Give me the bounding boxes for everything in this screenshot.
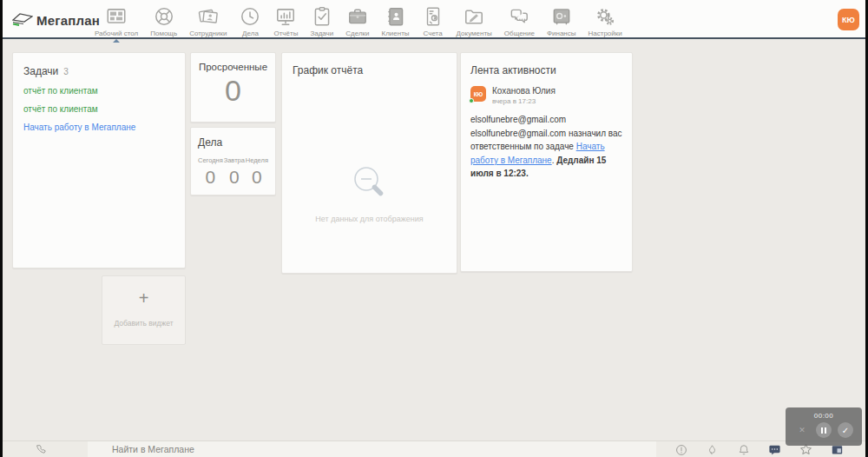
online-status-dot <box>469 98 474 103</box>
todos-column-value: 0 <box>224 167 245 188</box>
add-widget-button[interactable]: + Добавить виджет <box>102 275 186 345</box>
nav-item-help[interactable]: Помощь <box>144 3 183 37</box>
safe-icon <box>550 4 573 29</box>
activity-user-avatar[interactable]: КЮ <box>470 86 486 102</box>
briefcase-icon <box>346 4 369 29</box>
task-link[interactable]: Начать работу в Мегаплане <box>23 123 174 132</box>
nav-label: Клиенты <box>382 30 410 37</box>
tasks-widget-title: Задачи <box>23 65 58 77</box>
address-book-icon <box>385 4 407 29</box>
tasks-count-badge: 3 <box>63 67 69 76</box>
activity-feed-title: Лента активности <box>470 64 622 76</box>
add-widget-label: Добавить виджет <box>102 319 185 328</box>
todos-widget: Дела Сегодня 0 Завтра 0 Неделя 0 <box>190 127 276 195</box>
todos-tomorrow-column: Завтра 0 <box>224 156 245 188</box>
magnifier-zoom-out-icon <box>347 190 392 205</box>
nav-label: Помощь <box>150 30 177 37</box>
tracked-time: 00:00 <box>786 412 862 420</box>
clock-icon <box>239 4 261 29</box>
invoice-icon <box>422 4 444 29</box>
todos-column-label: Завтра <box>224 156 245 164</box>
nav-label: Дела <box>242 30 259 37</box>
lifebuoy-icon <box>153 4 175 29</box>
nav-item-tasks[interactable]: Задачи <box>304 3 339 37</box>
todos-week-column: Неделя 0 <box>246 156 268 188</box>
nav-item-reports[interactable]: Отчёты <box>267 3 304 37</box>
top-navigation-bar: Мегаплан Рабочий стол <box>0 0 868 39</box>
nav-item-clients[interactable]: Клиенты <box>376 3 416 37</box>
nav-label: Финансы <box>547 30 576 37</box>
todos-column-value: 0 <box>246 167 268 188</box>
time-tracker-overlay: 00:00 ✕ ✓ <box>786 407 862 446</box>
nav-item-communication[interactable]: Общение <box>498 3 541 37</box>
bottom-bar <box>0 440 868 457</box>
phone-icon[interactable] <box>35 443 49 456</box>
user-avatar[interactable]: КЮ <box>838 9 859 30</box>
clipboard-check-icon <box>311 4 333 29</box>
plus-icon: + <box>102 289 185 307</box>
nav-label: Отчёты <box>273 30 298 37</box>
chart-empty-state: Нет данных для отображения <box>282 164 457 223</box>
overdue-widget: Просроченные 0 <box>190 52 276 123</box>
report-chart-title: График отчёта <box>293 64 446 76</box>
alert-circle-icon[interactable] <box>674 443 687 456</box>
nav-item-settings[interactable]: Настройки <box>582 3 628 37</box>
nav-label: Счета <box>424 30 443 37</box>
chat-message-icon[interactable] <box>768 443 781 456</box>
active-tab-caret <box>113 39 120 43</box>
overdue-widget-title: Просроченные <box>196 62 270 72</box>
nav-item-dashboard[interactable]: Рабочий стол <box>89 3 144 37</box>
timer-confirm-button[interactable]: ✓ <box>838 422 853 438</box>
dashboard-icon <box>105 4 128 29</box>
todos-column-value: 0 <box>198 167 223 188</box>
todos-widget-title: Дела <box>198 136 268 149</box>
gears-icon <box>594 4 616 29</box>
nav-label: Рабочий стол <box>95 30 138 37</box>
todos-column-label: Неделя <box>246 156 268 164</box>
bar-chart-icon <box>274 4 297 29</box>
bell-icon[interactable] <box>737 443 750 456</box>
activity-user-name[interactable]: Коханова Юлия <box>492 86 556 96</box>
report-chart-widget: График отчёта Нет данных для отображения <box>281 52 457 274</box>
flame-icon[interactable] <box>706 443 719 456</box>
chat-bubbles-icon <box>508 4 530 29</box>
activity-feed-widget: Лента активности КЮ Коханова Юлия вчера … <box>460 52 633 272</box>
nav-item-todos[interactable]: Дела <box>233 3 267 37</box>
chart-empty-text: Нет данных для отображения <box>282 215 457 223</box>
check-icon: ✓ <box>842 426 849 435</box>
nav-label: Общение <box>504 30 535 37</box>
todos-column-label: Сегодня <box>198 156 223 164</box>
main-nav: Рабочий стол Помощь <box>89 3 628 37</box>
activity-timestamp: вчера в 17:23 <box>492 97 556 105</box>
timer-cancel-button[interactable]: ✕ <box>794 422 810 438</box>
timer-pause-button[interactable] <box>816 422 832 438</box>
screen-edge-left <box>0 0 3 457</box>
nav-label: Сделки <box>345 30 369 37</box>
nav-item-finance[interactable]: Финансы <box>541 3 582 37</box>
nav-label: Настройки <box>589 30 622 37</box>
folder-icon <box>463 4 485 29</box>
nav-item-documents[interactable]: Документы <box>450 3 498 37</box>
megaplan-hat-icon <box>12 11 33 30</box>
task-link[interactable]: отчёт по клиентам <box>23 104 174 114</box>
tasks-widget: Задачи 3 отчёт по клиентам отчёт по клие… <box>12 52 186 268</box>
todos-today-column: Сегодня 0 <box>198 156 223 188</box>
activity-message: elsolfunebre@gmail.com elsolfunebre@gmai… <box>470 113 622 181</box>
nav-item-invoices[interactable]: Счета <box>416 3 450 37</box>
nav-label: Сотрудники <box>189 30 227 37</box>
task-link[interactable]: отчёт по клиентам <box>23 86 174 96</box>
overdue-count: 0 <box>196 75 270 107</box>
nav-item-deals[interactable]: Сделки <box>339 3 375 37</box>
photos-icon <box>197 4 220 29</box>
nav-item-employees[interactable]: Сотрудники <box>183 3 233 37</box>
nav-label: Задачи <box>310 30 333 37</box>
search-input[interactable] <box>88 441 656 457</box>
nav-label: Документы <box>457 30 492 37</box>
megaplan-logo[interactable]: Мегаплан <box>12 11 100 30</box>
